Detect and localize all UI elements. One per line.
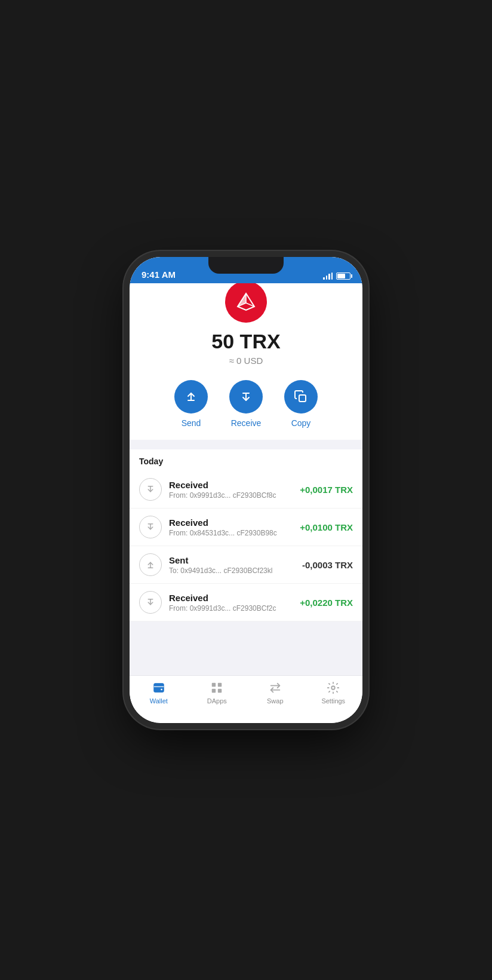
coin-amount: 50 TRX xyxy=(211,330,280,353)
receive-icon xyxy=(239,390,253,404)
tx-type-3: Sent xyxy=(169,555,295,565)
send-label: Send xyxy=(182,418,201,428)
send-action[interactable]: Send xyxy=(174,380,208,428)
tx-info-4: Received From: 0x9991d3c... cF2930BCf2c xyxy=(169,593,293,612)
nav-item-settings[interactable]: Settings xyxy=(305,681,363,705)
tx-date-label: Today xyxy=(130,449,362,471)
battery-icon xyxy=(336,272,350,280)
copy-label: Copy xyxy=(291,418,311,428)
tx-info-1: Received From: 0x9991d3c... cF2930BCf8c xyxy=(169,480,293,500)
nav-item-dapps[interactable]: DApps xyxy=(188,681,247,705)
transaction-item[interactable]: Received From: 0x84531d3c... cF2930B98c … xyxy=(130,509,362,546)
settings-icon xyxy=(326,681,340,695)
transactions-section: Today Received From: 0x9991d3c... cF2930… xyxy=(130,449,362,621)
tx-received-icon-1 xyxy=(139,478,162,501)
svg-rect-22 xyxy=(218,689,222,693)
notch xyxy=(208,257,284,274)
svg-rect-20 xyxy=(218,683,222,687)
swap-icon xyxy=(268,681,282,695)
receive-action[interactable]: Receive xyxy=(229,380,263,428)
status-icons xyxy=(323,272,350,280)
receive-label: Receive xyxy=(231,418,262,428)
tx-addr-2: From: 0x84531d3c... cF2930B98c xyxy=(169,529,293,537)
bottom-padding xyxy=(130,621,362,633)
tx-type-2: Received xyxy=(169,517,293,528)
tx-amount-3: -0,0003 TRX xyxy=(302,560,353,570)
tx-addr-1: From: 0x9991d3c... cF2930BCf8c xyxy=(169,491,293,500)
svg-rect-21 xyxy=(212,689,216,693)
wifi-icon xyxy=(323,272,333,280)
svg-point-25 xyxy=(332,686,336,690)
nav-label-settings: Settings xyxy=(321,697,345,705)
nav-item-swap[interactable]: Swap xyxy=(246,681,305,705)
receive-circle xyxy=(229,380,263,414)
copy-circle xyxy=(284,380,318,414)
tx-info-2: Received From: 0x84531d3c... cF2930B98c xyxy=(169,517,293,537)
phone-frame: 9:41 AM ‹ Back Tron xyxy=(130,257,362,723)
phone-inner: 9:41 AM ‹ Back Tron xyxy=(130,257,362,723)
coin-main: 50 TRX ≈ 0 USD Send xyxy=(130,272,362,440)
nav-label-swap: Swap xyxy=(267,697,284,705)
tx-type-4: Received xyxy=(169,593,293,603)
svg-rect-19 xyxy=(212,683,216,687)
nav-label-wallet: Wallet xyxy=(150,697,168,705)
status-time: 9:41 AM xyxy=(142,270,176,280)
send-icon xyxy=(184,390,198,404)
coin-logo xyxy=(225,281,267,323)
main-scroll: COIN $0.034 +7% xyxy=(130,257,362,675)
tx-info-3: Sent To: 0x9491d3c... cF2930BCf23kl xyxy=(169,555,295,575)
action-buttons: Send Receive xyxy=(174,380,318,428)
nav-item-wallet[interactable]: Wallet xyxy=(130,681,188,705)
tx-amount-4: +0,0220 TRX xyxy=(300,598,353,608)
tx-amount-2: +0,0100 TRX xyxy=(300,522,353,532)
tx-addr-3: To: 0x9491d3c... cF2930BCf23kl xyxy=(169,566,295,575)
copy-icon xyxy=(294,390,308,404)
svg-point-18 xyxy=(161,688,162,690)
transaction-item[interactable]: Received From: 0x9991d3c... cF2930BCf8c … xyxy=(130,471,362,509)
wallet-icon xyxy=(152,681,166,695)
coin-usd: ≈ 0 USD xyxy=(229,356,263,366)
nav-label-dapps: DApps xyxy=(207,697,227,705)
tron-logo-icon xyxy=(234,290,258,314)
send-circle xyxy=(174,380,208,414)
tx-amount-1: +0,0017 TRX xyxy=(300,485,353,495)
tx-sent-icon-3 xyxy=(139,553,162,576)
tx-type-1: Received xyxy=(169,480,293,490)
svg-rect-9 xyxy=(299,395,306,402)
transaction-item[interactable]: Sent To: 0x9491d3c... cF2930BCf23kl -0,0… xyxy=(130,546,362,584)
dapps-icon xyxy=(210,681,224,695)
tx-received-icon-4 xyxy=(139,591,162,614)
bottom-nav: Wallet DApps xyxy=(130,675,362,723)
tx-addr-4: From: 0x9991d3c... cF2930BCf2c xyxy=(169,604,293,612)
copy-action[interactable]: Copy xyxy=(284,380,318,428)
section-spacer xyxy=(130,440,362,445)
tx-received-icon-2 xyxy=(139,516,162,538)
transaction-item[interactable]: Received From: 0x9991d3c... cF2930BCf2c … xyxy=(130,584,362,621)
